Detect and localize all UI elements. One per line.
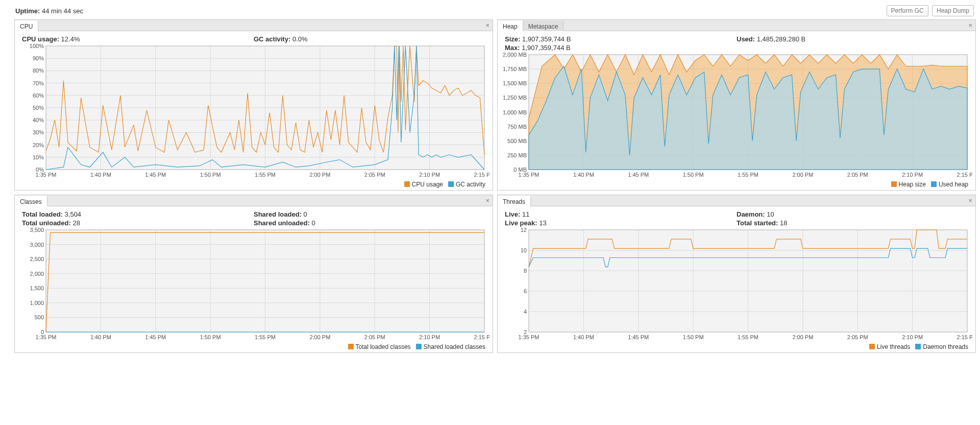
heap-used-stat: Used: 1,485,289,280 B — [737, 35, 968, 43]
tab-classes[interactable]: Classes — [15, 196, 47, 206]
shared-loaded-stat: Shared loaded: 0 — [254, 210, 485, 218]
svg-text:60%: 60% — [33, 92, 44, 99]
tab-metaspace[interactable]: Metaspace — [523, 20, 564, 31]
gc-activity-stat: GC activity: 0.0% — [254, 35, 485, 43]
classes-stats: Total loaded: 3,504 Shared loaded: 0 Tot… — [15, 206, 493, 228]
svg-text:2:05 PM: 2:05 PM — [847, 172, 868, 178]
svg-text:500: 500 — [35, 314, 44, 320]
legend-item: CPU usage — [404, 181, 443, 188]
svg-text:1,000: 1,000 — [30, 300, 44, 306]
threads-tabstrip: Threads × — [498, 195, 975, 206]
legend-item: Total loaded classes — [348, 343, 411, 350]
svg-text:1:45 PM: 1:45 PM — [628, 172, 649, 178]
classes-tabstrip: Classes × — [15, 195, 493, 206]
svg-text:1,250 MB: 1,250 MB — [503, 95, 527, 101]
classes-chart: 05001,0001,5002,0002,5003,0003,5001:35 P… — [18, 228, 489, 350]
heap-tabstrip: Heap Metaspace × — [498, 20, 975, 31]
svg-text:8: 8 — [524, 268, 527, 274]
threads-panel: Threads × Live: 11 Daemon: 10 Live peak:… — [497, 195, 976, 353]
svg-text:6: 6 — [524, 288, 527, 294]
uptime-label: Uptime: — [15, 7, 40, 15]
svg-text:500 MB: 500 MB — [507, 138, 527, 144]
svg-text:2:05 PM: 2:05 PM — [364, 334, 385, 340]
perform-gc-button[interactable]: Perform GC — [887, 5, 928, 16]
svg-text:1,500: 1,500 — [30, 285, 44, 291]
svg-text:1:45 PM: 1:45 PM — [145, 334, 166, 340]
top-bar: Uptime: 44 min 44 sec Perform GC Heap Du… — [0, 0, 980, 19]
cpu-tabstrip: CPU × — [15, 20, 493, 31]
svg-text:1:50 PM: 1:50 PM — [683, 334, 704, 340]
svg-text:750 MB: 750 MB — [507, 124, 527, 130]
svg-text:1:35 PM: 1:35 PM — [36, 172, 57, 178]
charts-grid: CPU × CPU usage: 12.4% GC activity: 0.0%… — [0, 19, 980, 357]
svg-text:1:35 PM: 1:35 PM — [519, 334, 540, 340]
svg-text:2,000 MB: 2,000 MB — [503, 53, 527, 58]
cpu-usage-stat: CPU usage: 12.4% — [22, 35, 254, 43]
svg-text:1:45 PM: 1:45 PM — [628, 334, 649, 340]
svg-text:2:00 PM: 2:00 PM — [792, 172, 813, 178]
svg-text:2:05 PM: 2:05 PM — [847, 334, 868, 340]
tab-threads[interactable]: Threads — [498, 196, 531, 206]
svg-text:70%: 70% — [33, 80, 44, 86]
threads-legend: Live threadsDaemon threads — [869, 343, 968, 350]
close-icon[interactable]: × — [485, 21, 489, 29]
daemon-stat: Daemon: 10 — [737, 210, 968, 218]
legend-item: Daemon threads — [915, 343, 968, 350]
svg-text:2:10 PM: 2:10 PM — [902, 334, 923, 340]
svg-text:100%: 100% — [30, 44, 44, 49]
uptime-value: 44 min 44 sec — [42, 7, 83, 15]
heap-size-stat: Size: 1,907,359,744 B — [505, 35, 737, 43]
action-buttons: Perform GC Heap Dump — [885, 5, 974, 16]
legend-item: Heap size — [891, 181, 926, 188]
svg-text:12: 12 — [521, 228, 527, 233]
close-icon[interactable]: × — [968, 197, 972, 204]
cpu-legend: CPU usageGC activity — [404, 181, 485, 188]
heap-legend: Heap sizeUsed heap — [891, 181, 968, 188]
cpu-chart: 0%10%20%30%40%50%60%70%80%90%100%1:35 PM… — [18, 44, 489, 188]
svg-text:1:50 PM: 1:50 PM — [200, 334, 221, 340]
legend-item: Shared loaded classes — [416, 343, 485, 350]
svg-text:1:55 PM: 1:55 PM — [255, 172, 276, 178]
uptime-display: Uptime: 44 min 44 sec — [15, 7, 83, 15]
heap-panel: Heap Metaspace × Size: 1,907,359,744 B U… — [497, 19, 976, 191]
heap-stats: Size: 1,907,359,744 B Used: 1,485,289,28… — [498, 31, 975, 53]
legend-item: Used heap — [931, 181, 968, 188]
svg-text:2,500: 2,500 — [30, 256, 44, 262]
svg-text:2,000: 2,000 — [30, 271, 44, 277]
svg-text:1:55 PM: 1:55 PM — [738, 172, 758, 178]
svg-text:4: 4 — [524, 309, 527, 315]
svg-text:2:15 PM: 2:15 PM — [957, 172, 972, 178]
svg-text:2:10 PM: 2:10 PM — [419, 172, 440, 178]
cpu-stats: CPU usage: 12.4% GC activity: 0.0% — [15, 31, 493, 44]
classes-panel: Classes × Total loaded: 3,504 Shared loa… — [14, 195, 493, 353]
svg-text:10: 10 — [521, 247, 527, 253]
svg-text:1,000 MB: 1,000 MB — [503, 109, 527, 115]
threads-chart: 246810121:35 PM1:40 PM1:45 PM1:50 PM1:55… — [501, 228, 972, 350]
svg-text:2:00 PM: 2:00 PM — [309, 172, 330, 178]
svg-text:250 MB: 250 MB — [507, 152, 527, 158]
svg-text:90%: 90% — [33, 55, 44, 61]
svg-text:2:10 PM: 2:10 PM — [419, 334, 440, 340]
cpu-panel: CPU × CPU usage: 12.4% GC activity: 0.0%… — [14, 19, 493, 191]
close-icon[interactable]: × — [485, 197, 489, 204]
svg-text:2:15 PM: 2:15 PM — [474, 334, 489, 340]
total-loaded-stat: Total loaded: 3,504 — [22, 210, 254, 218]
svg-text:1:55 PM: 1:55 PM — [255, 334, 276, 340]
svg-text:80%: 80% — [33, 67, 44, 74]
svg-text:1:35 PM: 1:35 PM — [36, 334, 57, 340]
heap-dump-button[interactable]: Heap Dump — [932, 5, 974, 16]
tab-cpu[interactable]: CPU — [15, 20, 38, 31]
svg-text:2:10 PM: 2:10 PM — [902, 172, 923, 178]
svg-text:1:40 PM: 1:40 PM — [90, 334, 111, 340]
tab-heap[interactable]: Heap — [498, 20, 523, 31]
legend-item: Live threads — [869, 343, 910, 350]
live-stat: Live: 11 — [505, 210, 737, 218]
shared-unloaded-stat: Shared unloaded: 0 — [254, 219, 485, 227]
svg-text:3,000: 3,000 — [30, 242, 44, 248]
total-started-stat: Total started: 18 — [737, 219, 968, 227]
svg-text:2:15 PM: 2:15 PM — [957, 334, 972, 340]
heap-max-stat: Max: 1,907,359,744 B — [505, 44, 737, 52]
close-icon[interactable]: × — [968, 21, 972, 29]
svg-text:2:00 PM: 2:00 PM — [309, 334, 330, 340]
svg-text:40%: 40% — [33, 117, 44, 123]
